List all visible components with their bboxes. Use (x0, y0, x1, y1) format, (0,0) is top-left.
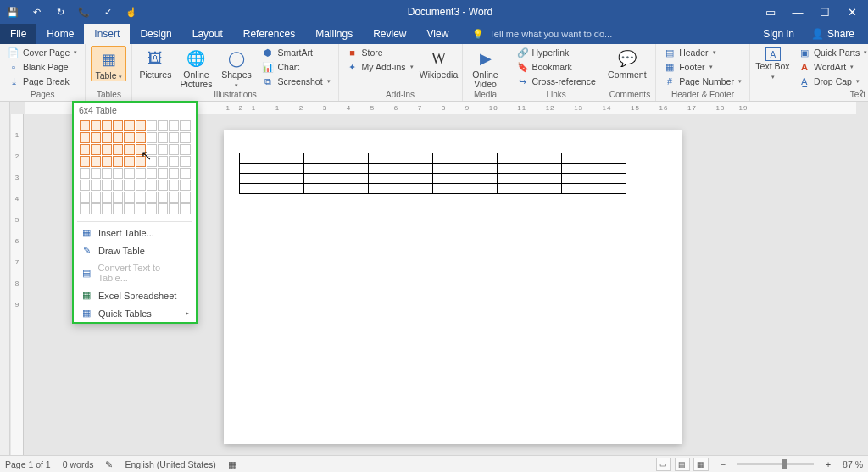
table-cell[interactable] (304, 174, 369, 184)
touch-mode-button[interactable]: ☝ (120, 2, 142, 22)
tab-home[interactable]: Home (36, 24, 84, 44)
undo-button[interactable]: ↶ (25, 2, 47, 22)
grid-cell[interactable] (91, 180, 101, 191)
document-page[interactable] (224, 130, 682, 444)
grid-cell[interactable] (102, 156, 112, 167)
grid-cell[interactable] (124, 180, 134, 191)
grid-cell[interactable] (136, 180, 146, 191)
grid-cell[interactable] (158, 144, 168, 155)
comment-button[interactable]: 💬Comment (609, 46, 645, 80)
grid-cell[interactable] (80, 120, 90, 131)
grid-cell[interactable] (91, 144, 101, 155)
grid-cell[interactable] (113, 156, 123, 167)
hyperlink-button[interactable]: 🔗Hyperlink (515, 46, 598, 59)
grid-cell[interactable] (102, 192, 112, 203)
tab-layout[interactable]: Layout (182, 24, 233, 44)
grid-cell[interactable] (136, 168, 146, 179)
grid-cell[interactable] (158, 180, 168, 191)
table-cell[interactable] (433, 153, 498, 164)
zoom-out-button[interactable]: − (721, 459, 726, 469)
grid-cell[interactable] (147, 203, 157, 214)
grid-cell[interactable] (124, 120, 134, 131)
grid-cell[interactable] (147, 144, 157, 155)
grid-cell[interactable] (124, 156, 134, 167)
grid-cell[interactable] (102, 203, 112, 214)
grid-cell[interactable] (136, 192, 146, 203)
document-table[interactable] (239, 153, 626, 194)
grid-cell[interactable] (147, 120, 157, 131)
table-cell[interactable] (304, 153, 369, 164)
tab-view[interactable]: View (417, 24, 459, 44)
tab-insert[interactable]: Insert (84, 24, 130, 44)
wikipedia-button[interactable]: WWikipedia (421, 46, 457, 80)
redo-button[interactable]: ↻ (49, 2, 71, 22)
grid-cell[interactable] (124, 192, 134, 203)
language-indicator[interactable]: English (United States) (125, 459, 215, 469)
grid-cell[interactable] (169, 144, 179, 155)
grid-cell[interactable] (91, 192, 101, 203)
grid-cell[interactable] (91, 156, 101, 167)
check-button[interactable]: ✓ (97, 2, 119, 22)
grid-cell[interactable] (91, 168, 101, 179)
grid-cell[interactable] (124, 132, 134, 143)
close-button[interactable]: ✕ (839, 3, 865, 21)
grid-cell[interactable] (147, 192, 157, 203)
table-cell[interactable] (369, 164, 433, 174)
quick-tables-menuitem[interactable]: ▦Quick Tables▸ (74, 304, 196, 322)
table-cell[interactable] (562, 153, 626, 164)
table-size-grid[interactable] (74, 118, 196, 219)
sign-in-button[interactable]: Sign in (756, 28, 801, 40)
chart-button[interactable]: 📊Chart (259, 60, 332, 74)
grid-cell[interactable] (180, 180, 190, 191)
header-button[interactable]: ▤Header ▾ (661, 46, 744, 59)
insert-table-menuitem[interactable]: ▦Insert Table... (74, 224, 196, 242)
grid-cell[interactable] (113, 144, 123, 155)
grid-cell[interactable] (91, 120, 101, 131)
grid-cell[interactable] (136, 156, 146, 167)
grid-cell[interactable] (113, 120, 123, 131)
smartart-button[interactable]: ⬢SmartArt (259, 46, 332, 59)
grid-cell[interactable] (158, 192, 168, 203)
grid-cell[interactable] (169, 156, 179, 167)
tab-mailings[interactable]: Mailings (305, 24, 363, 44)
table-cell[interactable] (433, 174, 498, 184)
minimize-button[interactable]: — (785, 3, 810, 21)
table-cell[interactable] (240, 184, 304, 194)
grid-cell[interactable] (147, 132, 157, 143)
call-button[interactable]: 📞 (73, 2, 95, 22)
print-layout-button[interactable]: ▤ (675, 458, 690, 471)
grid-cell[interactable] (180, 144, 190, 155)
table-cell[interactable] (562, 164, 626, 174)
grid-cell[interactable] (180, 203, 190, 214)
table-cell[interactable] (369, 153, 433, 164)
grid-cell[interactable] (158, 156, 168, 167)
save-button[interactable]: 💾 (2, 2, 24, 22)
page-break-button[interactable]: ⤓Page Break (5, 75, 80, 88)
grid-cell[interactable] (102, 180, 112, 191)
zoom-level[interactable]: 87 % (843, 459, 863, 469)
grid-cell[interactable] (180, 120, 190, 131)
table-cell[interactable] (498, 184, 562, 194)
tab-review[interactable]: Review (363, 24, 416, 44)
grid-cell[interactable] (113, 180, 123, 191)
draw-table-menuitem[interactable]: ✎Draw Table (74, 242, 196, 259)
grid-cell[interactable] (158, 120, 168, 131)
vertical-ruler[interactable]: 123456789 (11, 114, 24, 455)
drop-cap-button[interactable]: A̲Drop Cap ▾ (796, 75, 868, 88)
ribbon-display-options-button[interactable]: ▭ (758, 3, 783, 21)
grid-cell[interactable] (136, 144, 146, 155)
table-cell[interactable] (498, 164, 562, 174)
online-video-button[interactable]: ▶Online Video (468, 46, 504, 89)
footer-button[interactable]: ▦Footer ▾ (661, 60, 744, 74)
grid-cell[interactable] (80, 132, 90, 143)
table-button[interactable]: ▦ Table ▾ (91, 46, 126, 81)
text-box-button[interactable]: AText Box ▾ (755, 46, 791, 81)
tab-references[interactable]: References (233, 24, 305, 44)
grid-cell[interactable] (180, 192, 190, 203)
table-cell[interactable] (240, 153, 304, 164)
tab-design[interactable]: Design (130, 24, 181, 44)
page-indicator[interactable]: Page 1 of 1 (5, 459, 51, 469)
table-cell[interactable] (433, 164, 498, 174)
read-mode-button[interactable]: ▭ (656, 458, 671, 471)
store-button[interactable]: ■Store (344, 46, 416, 59)
